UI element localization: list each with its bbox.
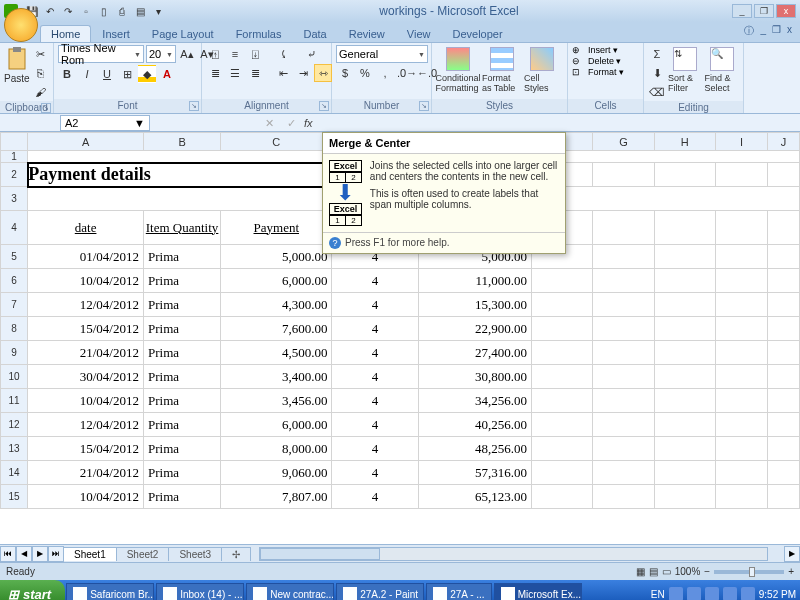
font-name-select[interactable]: Times New Rom▼ (58, 45, 144, 63)
row-header[interactable]: 12 (1, 413, 28, 437)
tab-page-layout[interactable]: Page Layout (141, 25, 225, 42)
tab-developer[interactable]: Developer (441, 25, 513, 42)
taskbar-item[interactable]: 27A - ... (426, 583, 491, 600)
cell[interactable]: 10/04/2012 (28, 269, 144, 293)
insert-cells-button[interactable]: ⊕Insert▾ (572, 45, 618, 55)
cell[interactable]: 7,600.00 (221, 317, 332, 341)
sheet-new-tab[interactable]: ✢ (221, 547, 251, 561)
doc-close-button[interactable]: x (787, 24, 792, 38)
cell[interactable]: 4 (332, 269, 418, 293)
zoom-slider[interactable] (714, 570, 784, 574)
cell[interactable]: 34,256.00 (418, 389, 531, 413)
cell[interactable]: 10/04/2012 (28, 485, 144, 509)
taskbar-item[interactable]: 27A.2 - Paint (336, 583, 424, 600)
alignment-launcher[interactable]: ↘ (319, 101, 329, 111)
cell[interactable]: 21/04/2012 (28, 461, 144, 485)
row-header[interactable]: 4 (1, 211, 28, 245)
cell[interactable]: 30/04/2012 (28, 365, 144, 389)
taskbar-item[interactable]: Microsoft Ex... (494, 583, 582, 600)
cell[interactable]: Prima (143, 413, 220, 437)
sheet-nav-last[interactable]: ⏭ (48, 546, 64, 562)
start-button[interactable]: ⊞start (0, 580, 65, 600)
cell[interactable]: Prima (143, 389, 220, 413)
cell[interactable]: Prima (143, 245, 220, 269)
cell[interactable]: 22,900.00 (418, 317, 531, 341)
tray-icon[interactable] (669, 587, 683, 600)
currency-button[interactable]: $ (336, 64, 354, 82)
clipboard-launcher[interactable]: ↘ (41, 103, 51, 113)
grow-font-button[interactable]: A▴ (178, 45, 196, 63)
row-header[interactable]: 3 (1, 187, 28, 211)
cut-button[interactable]: ✂ (32, 45, 50, 63)
row-header[interactable]: 2 (1, 163, 28, 187)
sheet-tab-3[interactable]: Sheet3 (168, 547, 222, 561)
cell-styles-button[interactable]: Cell Styles (524, 45, 560, 93)
underline-button[interactable]: U (98, 65, 116, 83)
cell[interactable]: 4 (332, 437, 418, 461)
cell[interactable]: 01/04/2012 (28, 245, 144, 269)
align-bottom-button[interactable]: ⍗ (246, 45, 264, 63)
sheet-nav-first[interactable]: ⏮ (0, 546, 16, 562)
row-header[interactable]: 10 (1, 365, 28, 389)
tray-icon[interactable] (723, 587, 737, 600)
border-button[interactable]: ⊞ (118, 65, 136, 83)
autosum-button[interactable]: Σ (648, 45, 666, 63)
cell[interactable]: 7,807.00 (221, 485, 332, 509)
cell[interactable]: 6,000.00 (221, 269, 332, 293)
row-header[interactable]: 8 (1, 317, 28, 341)
col-header[interactable]: C (221, 133, 332, 151)
delete-cells-button[interactable]: ⊖Delete▾ (572, 56, 621, 66)
worksheet-grid[interactable]: A B C D E F G H I J 1 2Payment details 3… (0, 132, 800, 544)
help-icon[interactable]: ⓘ (744, 24, 754, 38)
cell-header[interactable]: Item Quantity (143, 211, 220, 245)
taskbar-item[interactable]: New contrac... (246, 583, 334, 600)
orientation-button[interactable]: ⤹ (274, 45, 292, 63)
col-header[interactable]: J (768, 133, 800, 151)
align-center-button[interactable]: ☰ (226, 64, 244, 82)
clear-button[interactable]: ⌫ (648, 83, 666, 101)
enter-formula-button[interactable]: ✓ (282, 114, 300, 132)
cell[interactable]: 11,000.00 (418, 269, 531, 293)
cell[interactable]: 4 (332, 293, 418, 317)
cell[interactable]: 3,456.00 (221, 389, 332, 413)
col-header[interactable]: A (28, 133, 144, 151)
select-all-corner[interactable] (1, 133, 28, 151)
number-format-select[interactable]: General▼ (336, 45, 428, 63)
copy-button[interactable]: ⎘ (32, 64, 50, 82)
increase-indent-button[interactable]: ⇥ (294, 64, 312, 82)
cell-header[interactable]: date (28, 211, 144, 245)
sheet-nav-prev[interactable]: ◀ (16, 546, 32, 562)
number-launcher[interactable]: ↘ (419, 101, 429, 111)
taskbar-item[interactable]: Inbox (14) - ... (156, 583, 244, 600)
office-button[interactable] (4, 8, 38, 42)
cell[interactable]: 9,060.00 (221, 461, 332, 485)
qat-undo-icon[interactable]: ↶ (42, 3, 58, 19)
paste-button[interactable]: Paste (4, 45, 30, 84)
cell[interactable]: 15/04/2012 (28, 437, 144, 461)
col-header[interactable]: G (593, 133, 654, 151)
view-layout-button[interactable]: ▤ (649, 566, 658, 577)
fx-icon[interactable]: fx (304, 117, 313, 129)
row-header[interactable]: 11 (1, 389, 28, 413)
cell[interactable]: 40,256.00 (418, 413, 531, 437)
sheet-tab-2[interactable]: Sheet2 (116, 547, 170, 561)
cell[interactable]: 4 (332, 485, 418, 509)
cancel-formula-button[interactable]: ✕ (260, 114, 278, 132)
cell[interactable]: Prima (143, 317, 220, 341)
cell[interactable]: Prima (143, 485, 220, 509)
cell[interactable]: 4 (332, 317, 418, 341)
horizontal-scrollbar[interactable] (259, 547, 768, 561)
view-break-button[interactable]: ▭ (662, 566, 671, 577)
language-indicator[interactable]: EN (651, 589, 665, 600)
cell[interactable]: Prima (143, 341, 220, 365)
percent-button[interactable]: % (356, 64, 374, 82)
sheet-nav-next[interactable]: ▶ (32, 546, 48, 562)
qat-print-icon[interactable]: ⎙ (114, 3, 130, 19)
bold-button[interactable]: B (58, 65, 76, 83)
tab-review[interactable]: Review (338, 25, 396, 42)
decrease-indent-button[interactable]: ⇤ (274, 64, 292, 82)
minimize-button[interactable]: _ (732, 4, 752, 18)
sort-filter-button[interactable]: ⇅Sort & Filter (668, 45, 703, 93)
cell[interactable]: 4 (332, 389, 418, 413)
col-header[interactable]: H (654, 133, 715, 151)
